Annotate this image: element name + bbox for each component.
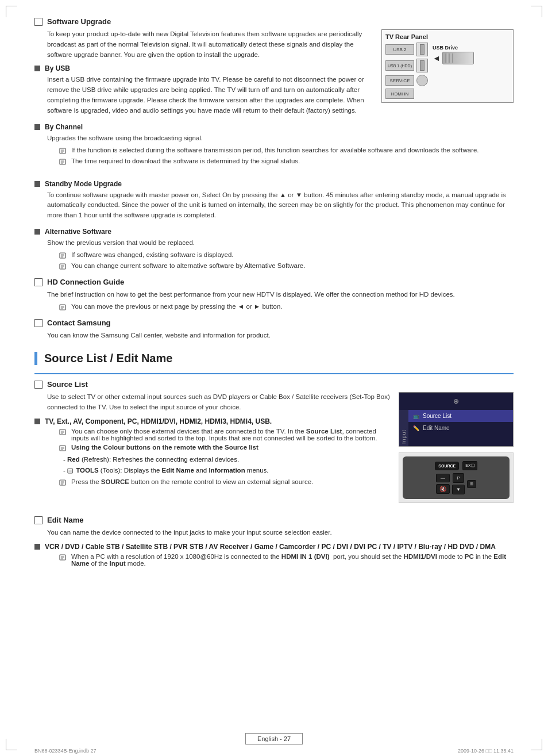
remote-vol-area: — 🔇 bbox=[436, 474, 450, 494]
remote-body: SOURCE EX❑ — 🔇 P ▼ bbox=[403, 456, 510, 499]
by-channel-section: By Channel Upgrades the software using t… bbox=[34, 123, 514, 166]
source-list-main-heading: Source List / Edit Name bbox=[44, 352, 514, 365]
source-list-note-3: Press the SOURCE button on the remote co… bbox=[59, 478, 390, 487]
port-row-hdmi: HDMI IN bbox=[385, 89, 428, 99]
remote-minus-btn: — bbox=[436, 474, 450, 482]
edit-name-title-row: Edit Name bbox=[34, 516, 514, 524]
software-upgrade-title-row: Software Upgrade bbox=[34, 17, 514, 26]
hd-guide-body-block: The brief instruction on how to get the … bbox=[47, 290, 514, 312]
checkbox-icon-contact bbox=[34, 319, 43, 327]
port-service: SERVICE bbox=[385, 75, 414, 86]
tv-panel-label: TV Rear Panel bbox=[385, 33, 510, 40]
edit-name-heading: Edit Name bbox=[47, 516, 84, 524]
note-pencil-icon-6 bbox=[59, 428, 68, 436]
note-pencil-icon-1 bbox=[59, 147, 68, 155]
usb-drive-shape bbox=[442, 52, 474, 64]
svg-rect-12 bbox=[60, 264, 65, 269]
service-port-circle bbox=[416, 75, 428, 86]
standby-body-block: To continue software upgrade with master… bbox=[47, 190, 514, 221]
footer-left-text: BN68-02334B-Eng.indb 27 bbox=[34, 748, 97, 754]
source-list-heading: Source List bbox=[47, 380, 88, 389]
remote-mute-btn: 🔇 bbox=[436, 484, 450, 494]
hd-guide-title-row: HD Connection Guide bbox=[34, 278, 514, 286]
software-upgrade-section: Software Upgrade TV Rear Panel USB 2 USB… bbox=[34, 17, 514, 173]
source-list-major-section: Source List / Edit Name bbox=[34, 352, 514, 365]
source-list-devices-title-row: TV, Ext., AV, Component, PC, HDMI1/DVI, … bbox=[34, 417, 390, 425]
note-pencil-icon-2 bbox=[59, 158, 68, 166]
source-list-icon: 📺 bbox=[413, 413, 419, 419]
contact-samsung-body: You can know the Samsung Call center, we… bbox=[47, 331, 514, 341]
usb-drive-row: ◄ bbox=[433, 52, 474, 64]
corner-mark-tl bbox=[6, 6, 17, 17]
source-list-item-label: Source List bbox=[423, 413, 451, 419]
source-list-note-3-text: Press the SOURCE button on the remote co… bbox=[71, 478, 313, 485]
edit-name-body: You can name the device connected to the… bbox=[47, 528, 514, 538]
source-panel-row: Input 📺 Source List ✏️ Edit Name bbox=[399, 410, 513, 446]
svg-rect-35 bbox=[60, 555, 65, 560]
square-bullet-alt-software bbox=[34, 229, 40, 235]
svg-rect-8 bbox=[60, 253, 65, 258]
by-channel-body-block: Upgrades the software using the broadcas… bbox=[47, 133, 514, 166]
source-list-side-label: Input bbox=[399, 410, 408, 446]
edit-name-note-1-text: When a PC with a resolution of 1920 x 10… bbox=[71, 553, 514, 567]
alt-software-note-1-text: If software was changed, existing softwa… bbox=[71, 251, 234, 258]
source-list-empty-item-1 bbox=[408, 434, 513, 446]
tv-panel-ports: USB 2 USB 1 (HDD) SERVICE bbox=[385, 43, 428, 99]
port-row-usb1: USB 1 (HDD) bbox=[385, 59, 428, 72]
note-pencil-icon-4 bbox=[59, 263, 68, 271]
svg-rect-16 bbox=[60, 305, 65, 310]
edit-name-note-1: When a PC with a resolution of 1920 x 10… bbox=[59, 553, 514, 567]
port-row-service: SERVICE bbox=[385, 75, 428, 86]
checkbox-icon bbox=[34, 18, 43, 26]
remote-p-area: P ▼ bbox=[452, 473, 465, 494]
source-list-menu: 📺 Source List ✏️ Edit Name bbox=[408, 410, 513, 446]
by-channel-note-1-text: If the function is selected during the s… bbox=[71, 147, 479, 153]
standby-title-row: Standby Mode Upgrade bbox=[34, 180, 514, 188]
remote-p-label: P bbox=[453, 473, 464, 483]
note-pencil-icon-7 bbox=[59, 444, 68, 452]
usb-drive-label: USB Drive bbox=[433, 45, 458, 51]
port-row-usb2: USB 2 bbox=[385, 43, 428, 56]
source-list-panel: ⊕ Input 📺 Source List ✏️ Edit Name bbox=[399, 392, 514, 447]
port-usb2: USB 2 bbox=[385, 44, 414, 55]
by-channel-title-row: By Channel bbox=[34, 123, 514, 131]
square-bullet-edit-devices bbox=[34, 544, 40, 550]
source-icon-1: ⊕ bbox=[453, 397, 459, 405]
remote-grid-btn: ⊞ bbox=[467, 480, 476, 488]
contact-samsung-heading: Contact Samsung bbox=[47, 318, 111, 327]
source-list-note-2-text: Using the Colour buttons on the remote w… bbox=[71, 444, 258, 451]
by-channel-body: Upgrades the software using the broadcas… bbox=[47, 133, 514, 144]
contact-samsung-section: Contact Samsung You can know the Samsung… bbox=[34, 318, 514, 341]
hd-connection-guide-section: HD Connection Guide The brief instructio… bbox=[34, 278, 514, 312]
source-list-note-2: Using the Colour buttons on the remote w… bbox=[59, 444, 390, 452]
remote-control-image: SOURCE EX❑ — 🔇 P ▼ bbox=[399, 452, 514, 503]
edit-name-devices-heading: VCR / DVD / Cable STB / Satellite STB / … bbox=[45, 543, 496, 551]
edit-icon: ✏️ bbox=[413, 425, 419, 431]
alt-software-note-1: If software was changed, existing softwa… bbox=[59, 251, 514, 260]
footer-page-label: English - 27 bbox=[245, 733, 303, 745]
source-panel-icons-row: ⊕ bbox=[399, 393, 513, 410]
contact-samsung-title-row: Contact Samsung bbox=[34, 318, 514, 327]
square-bullet-devices bbox=[34, 419, 40, 424]
contact-samsung-body-block: You can know the Samsung Call center, we… bbox=[47, 331, 514, 341]
hd-guide-body: The brief instruction on how to get the … bbox=[47, 290, 514, 300]
by-usb-title-row: By USB bbox=[34, 64, 373, 72]
alt-software-heading: Alternative Software bbox=[45, 228, 111, 236]
mute-icon: 🔇 bbox=[439, 486, 446, 492]
remote-mid-row: — 🔇 P ▼ ⊞ bbox=[436, 473, 476, 494]
remote-ch-down: ▼ bbox=[452, 485, 465, 494]
alt-software-note-2-text: You can change current software to alter… bbox=[71, 262, 305, 269]
hd-guide-note-1: You can move the previous or next page b… bbox=[59, 303, 514, 312]
note-pencil-icon-8 bbox=[59, 554, 68, 562]
standby-heading: Standby Mode Upgrade bbox=[45, 180, 122, 188]
arrow-icon: ◄ bbox=[433, 53, 441, 63]
page-footer: English - 27 bbox=[0, 733, 548, 745]
note-pencil-icon-3 bbox=[59, 252, 68, 260]
footer-bottom-info: BN68-02334B-Eng.indb 27 2009-10-26 □□ 11… bbox=[34, 748, 514, 754]
tv-panel-body: USB 2 USB 1 (HDD) SERVICE bbox=[385, 43, 510, 99]
checkbox-icon-edit-name bbox=[34, 516, 43, 524]
edit-name-item: ✏️ Edit Name bbox=[408, 422, 513, 434]
alt-software-title-row: Alternative Software bbox=[34, 228, 514, 236]
by-channel-note-1: If the function is selected during the s… bbox=[59, 147, 514, 155]
standby-mode-section: Standby Mode Upgrade To continue softwar… bbox=[34, 180, 514, 221]
